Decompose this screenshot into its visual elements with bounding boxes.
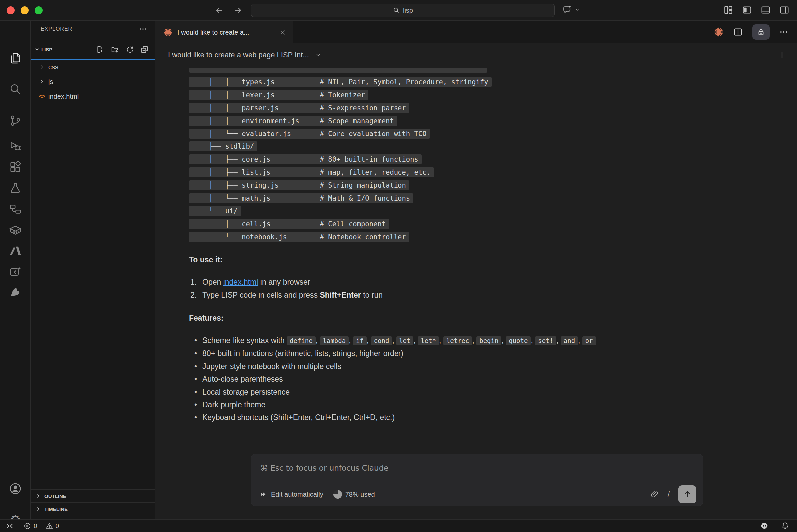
clipped-code-line bbox=[189, 68, 487, 73]
tab-title: I would like to create a... bbox=[177, 28, 275, 36]
tree-line: ├── cell.js # Cell component bbox=[189, 218, 797, 231]
collapse-all-icon[interactable] bbox=[140, 45, 149, 54]
more-actions-icon[interactable] bbox=[779, 27, 788, 37]
text: , bbox=[392, 336, 396, 345]
toggle-primary-sidebar-icon[interactable] bbox=[742, 5, 753, 15]
error-icon bbox=[23, 522, 31, 530]
customize-layout-icon[interactable] bbox=[723, 5, 734, 15]
window-minimize-button[interactable] bbox=[21, 6, 29, 14]
claude-extension-icon[interactable] bbox=[8, 284, 23, 299]
remote-indicator-icon[interactable] bbox=[5, 522, 14, 530]
problems-status[interactable]: 0 0 bbox=[23, 522, 59, 530]
text: Jupyter-style notebook with multiple cel… bbox=[203, 362, 341, 370]
timeline-section-header[interactable]: TIMELINE bbox=[31, 502, 155, 515]
navigate-back-icon[interactable] bbox=[214, 5, 224, 15]
claude-composer: Edit automatically 78% used / bbox=[251, 454, 703, 506]
conversation-title[interactable]: I would like to create a web page LISP I… bbox=[168, 51, 309, 59]
outline-section-header[interactable]: OUTLINE bbox=[31, 489, 155, 502]
text: , bbox=[531, 336, 535, 345]
inline-code-chip: cond bbox=[371, 336, 392, 345]
file-tree: css js <> index.html bbox=[31, 59, 155, 487]
extensions-icon[interactable] bbox=[8, 160, 23, 174]
step-text: Open index.html in any browser bbox=[203, 276, 310, 289]
explorer-more-actions-icon[interactable] bbox=[139, 25, 148, 33]
tree-line: │ ├── list.js # map, filter, reduce, etc… bbox=[189, 166, 797, 179]
command-center-search[interactable]: lisp bbox=[251, 4, 555, 17]
copilot-chat-button[interactable] bbox=[562, 4, 580, 15]
chat-editing-icon[interactable] bbox=[8, 265, 23, 279]
index-html-link[interactable]: index.html bbox=[223, 278, 258, 286]
toggle-panel-icon[interactable] bbox=[760, 5, 771, 15]
refresh-icon[interactable] bbox=[126, 45, 134, 54]
source-control-icon[interactable] bbox=[8, 113, 23, 128]
tree-code-line: └── ui/ bbox=[189, 206, 241, 216]
window-close-button[interactable] bbox=[7, 6, 15, 14]
timeline-label: TIMELINE bbox=[44, 506, 68, 512]
feature-item: Auto-close parentheses bbox=[189, 373, 797, 385]
warning-count: 0 bbox=[56, 522, 59, 530]
tree-line: │ ├── lexer.js # Tokenizer bbox=[189, 89, 797, 101]
account-icon[interactable] bbox=[8, 481, 23, 496]
search-icon bbox=[393, 7, 400, 14]
azure-icon[interactable] bbox=[8, 244, 23, 258]
tree-line: └── notebook.js # Notebook controller bbox=[189, 231, 797, 244]
hierarchy-icon[interactable] bbox=[8, 202, 23, 216]
claude-chat-tab[interactable]: I would like to create a... bbox=[155, 21, 293, 43]
error-count: 0 bbox=[34, 522, 37, 530]
navigate-forward-icon[interactable] bbox=[233, 5, 243, 15]
run-debug-icon[interactable] bbox=[8, 139, 23, 153]
chat-input[interactable] bbox=[251, 454, 703, 482]
explorer-section-header[interactable]: LISP bbox=[31, 42, 155, 57]
file-name: index.html bbox=[48, 93, 79, 100]
tree-line: │ └── evaluator.js # Core evaluation wit… bbox=[189, 127, 797, 140]
docker-icon[interactable] bbox=[8, 223, 23, 238]
text: , bbox=[472, 336, 476, 345]
text: , bbox=[348, 336, 353, 345]
new-chat-plus-icon[interactable] bbox=[777, 50, 787, 60]
window-zoom-button[interactable] bbox=[35, 6, 43, 14]
notifications-bell-icon[interactable] bbox=[781, 521, 790, 530]
chevron-right-icon bbox=[38, 64, 45, 70]
claude-starburst-action-icon[interactable] bbox=[714, 27, 724, 37]
explorer-icon[interactable] bbox=[8, 51, 23, 65]
search-sidebar-icon[interactable] bbox=[8, 81, 23, 96]
tab-close-icon[interactable] bbox=[280, 29, 286, 36]
usage-pie-icon bbox=[333, 490, 342, 499]
inline-code-chip: set! bbox=[535, 336, 556, 345]
inline-code-chip: and bbox=[561, 336, 578, 345]
workspace-folder-name: LISP bbox=[41, 46, 52, 52]
tree-item-index-html[interactable]: <> index.html bbox=[31, 89, 155, 103]
chevron-right-icon bbox=[35, 493, 41, 499]
inline-code-chip: define bbox=[287, 336, 316, 345]
tree-code-line: │ ├── core.js # 80+ built-in functions bbox=[189, 154, 422, 165]
lock-button[interactable] bbox=[753, 24, 770, 40]
new-folder-icon[interactable] bbox=[111, 45, 119, 54]
testing-icon[interactable] bbox=[8, 181, 23, 195]
tree-code-line: │ ├── environment.js # Scope management bbox=[189, 116, 397, 126]
split-editor-icon[interactable] bbox=[733, 27, 743, 37]
inline-code-chip: let* bbox=[418, 336, 439, 345]
tree-line: │ ├── types.js # NIL, Pair, Symbol, Proc… bbox=[189, 76, 797, 89]
text: Scheme-like syntax with bbox=[203, 336, 287, 345]
toggle-secondary-sidebar-icon[interactable] bbox=[779, 5, 790, 15]
feature-item: 80+ built-in functions (arithmetic, list… bbox=[189, 347, 797, 360]
tree-item-js-folder[interactable]: js bbox=[31, 74, 155, 89]
text: 80+ built-in functions (arithmetic, list… bbox=[203, 349, 403, 358]
slash-command-icon[interactable]: / bbox=[668, 490, 670, 499]
inline-code-chip: let bbox=[396, 336, 414, 345]
send-button[interactable] bbox=[679, 486, 697, 504]
text: , bbox=[316, 336, 320, 345]
features-list: Scheme-like syntax with define, lambda, … bbox=[189, 334, 797, 424]
edit-mode-selector[interactable]: Edit automatically bbox=[260, 491, 323, 498]
tree-line: └── ui/ bbox=[189, 205, 797, 218]
new-file-icon[interactable] bbox=[96, 45, 104, 54]
usage-indicator[interactable]: 78% used bbox=[333, 490, 375, 499]
chevron-down-icon[interactable] bbox=[315, 52, 322, 58]
copilot-status-icon[interactable] bbox=[759, 521, 770, 531]
attachment-paperclip-icon[interactable] bbox=[650, 490, 659, 499]
inline-code-chip: or bbox=[582, 336, 596, 345]
feature-item: Keyboard shortcuts (Shift+Enter, Ctrl+En… bbox=[189, 411, 797, 424]
text: , bbox=[439, 336, 443, 345]
step-number: 1. bbox=[190, 276, 203, 289]
tree-item-css-folder[interactable]: css bbox=[31, 60, 155, 74]
